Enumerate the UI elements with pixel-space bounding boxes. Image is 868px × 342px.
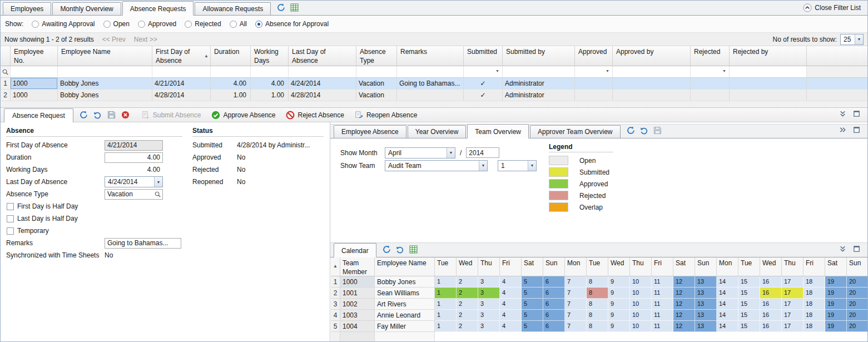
day-cell-6[interactable]: 6 (543, 321, 565, 332)
filter-cell-rejected[interactable]: ▼ (691, 66, 730, 77)
day-header-14[interactable]: Mon (717, 257, 738, 276)
day-cell-6[interactable]: 6 (543, 288, 565, 299)
day-cell-1[interactable]: 1 (435, 276, 457, 288)
maximize-panel-icon[interactable] (852, 244, 861, 254)
day-header-2[interactable]: Wed (457, 257, 478, 276)
day-cell-11[interactable]: 11 (652, 310, 673, 321)
checkbox-last-day-is-half-day[interactable]: Last Day is Half Day (6, 212, 330, 225)
day-cell-8[interactable]: 8 (587, 321, 608, 332)
day-cell-3[interactable]: 3 (478, 321, 500, 332)
first-day-input[interactable] (105, 140, 163, 151)
checkbox-temporary[interactable]: Temporary (6, 225, 330, 237)
maximize-panel-icon[interactable] (852, 109, 861, 118)
day-cell-15[interactable]: 15 (738, 299, 760, 310)
day-cell-14[interactable]: 14 (717, 310, 738, 321)
day-cell-5[interactable]: 5 (522, 310, 543, 321)
table-view-icon[interactable] (290, 3, 299, 12)
tab-employee-absence[interactable]: Employee Absence (334, 125, 406, 138)
day-cell-10[interactable]: 10 (630, 310, 652, 321)
day-cell-3[interactable]: 3 (478, 299, 500, 310)
refresh-icon[interactable] (382, 245, 391, 254)
day-cell-20[interactable]: 20 (847, 276, 867, 288)
filter-dropdown-icon[interactable]: ▼ (721, 68, 728, 74)
column-header-submitted-by[interactable]: Submitted by (503, 46, 575, 66)
reject-absence-button[interactable]: Reject Absence (286, 110, 344, 120)
day-cell-2[interactable]: 2 (457, 288, 478, 299)
day-cell-10[interactable]: 10 (630, 299, 652, 310)
filter-cell-first-day-of-absence[interactable] (152, 66, 211, 77)
radio-option-all[interactable]: All (230, 20, 247, 28)
refresh-icon[interactable] (276, 3, 286, 12)
day-cell-19[interactable]: 19 (825, 288, 847, 299)
day-cell-20[interactable]: 20 (847, 321, 867, 332)
filter-cell-employee-no[interactable] (11, 66, 58, 77)
day-cell-15[interactable]: 15 (738, 321, 760, 332)
day-cell-10[interactable]: 10 (630, 321, 652, 332)
column-header-approved[interactable]: Approved (575, 46, 613, 66)
day-cell-1[interactable]: 1 (435, 288, 457, 299)
day-header-3[interactable]: Thu (478, 257, 500, 276)
day-cell-2[interactable]: 2 (457, 276, 478, 288)
day-cell-7[interactable]: 7 (565, 288, 587, 299)
day-cell-8[interactable]: 8 (587, 276, 608, 288)
day-cell-17[interactable]: 17 (782, 299, 803, 310)
month-select[interactable]: April ▼ (385, 147, 455, 158)
radio-option-awaiting-approval[interactable]: Awaiting Approval (32, 20, 95, 28)
calendar-row-2[interactable]: 21001Sean Williams1234567891011121314151… (331, 288, 867, 299)
day-cell-4[interactable]: 4 (500, 299, 522, 310)
day-cell-2[interactable]: 2 (457, 310, 478, 321)
filter-dropdown-icon[interactable]: ▼ (494, 68, 501, 74)
day-cell-4[interactable]: 4 (500, 288, 522, 299)
tab-employees[interactable]: Employees (3, 2, 51, 15)
undo-icon[interactable] (639, 126, 649, 135)
column-header-working-days[interactable]: Working Days (251, 46, 289, 66)
day-cell-3[interactable]: 3 (478, 276, 500, 288)
day-cell-12[interactable]: 12 (673, 288, 695, 299)
radio-option-open[interactable]: Open (103, 20, 130, 28)
day-cell-9[interactable]: 9 (608, 310, 630, 321)
day-cell-14[interactable]: 14 (717, 276, 738, 288)
day-header-8[interactable]: Tue (587, 257, 608, 276)
duration-input[interactable] (105, 152, 163, 163)
filter-cell-remarks[interactable] (397, 66, 464, 77)
day-header-10[interactable]: Thu (630, 257, 652, 276)
calendar-row-3[interactable]: 31002Art Rivers1234567891011121314151617… (331, 299, 867, 310)
day-cell-13[interactable]: 13 (695, 321, 717, 332)
day-cell-18[interactable]: 18 (803, 321, 825, 332)
column-header-first-day-of-absence[interactable]: First Day of Absence▲ (152, 46, 211, 66)
day-cell-9[interactable]: 9 (608, 321, 630, 332)
grid-row-1[interactable]: 11000Bobby Jones4/21/20144.004.004/24/20… (1, 78, 867, 90)
collapse-panel-icon[interactable] (838, 109, 847, 118)
day-cell-13[interactable]: 13 (695, 276, 717, 288)
filter-cell-employee-name[interactable] (58, 66, 152, 77)
day-header-6[interactable]: Sun (543, 257, 565, 276)
tab-approver-team-overview[interactable]: Approver Team Overview (530, 125, 621, 138)
column-header-remarks[interactable]: Remarks (397, 46, 464, 66)
tab-year-overview[interactable]: Year Overview (408, 125, 467, 138)
last-day-select[interactable]: 4/24/2014 ▼ (105, 176, 163, 187)
calendar-row-5[interactable]: 51004Fay Miller1234567891011121314151617… (331, 321, 867, 332)
day-cell-1[interactable]: 1 (435, 321, 457, 332)
day-cell-7[interactable]: 7 (565, 321, 587, 332)
day-cell-11[interactable]: 11 (652, 288, 673, 299)
maximize-panel-icon[interactable] (852, 125, 861, 135)
calendar-row-4[interactable]: 41003Annie Leonard1234567891011121314151… (331, 310, 867, 321)
day-cell-7[interactable]: 7 (565, 299, 587, 310)
expand-panel-icon[interactable] (838, 125, 847, 135)
day-cell-18[interactable]: 18 (803, 276, 825, 288)
day-cell-14[interactable]: 14 (717, 299, 738, 310)
filter-cell-absence-type[interactable] (356, 66, 397, 77)
save-icon[interactable] (653, 126, 662, 135)
tab-team-overview[interactable]: Team Overview (467, 124, 529, 138)
day-header-20[interactable]: Sun (847, 257, 867, 276)
team-number-select[interactable]: 1 ▼ (498, 160, 537, 171)
day-header-13[interactable]: Sun (695, 257, 717, 276)
calendar-sort-ascending-icon[interactable]: ▲ (331, 257, 340, 276)
day-cell-20[interactable]: 20 (847, 288, 867, 299)
day-cell-13[interactable]: 13 (695, 310, 717, 321)
column-header-rejected[interactable]: Rejected (691, 46, 730, 66)
column-header-submitted[interactable]: Submitted (464, 46, 503, 66)
column-header-duration[interactable]: Duration (211, 46, 251, 66)
radio-option-absence-for-approval[interactable]: Absence for Approval (255, 20, 329, 28)
column-header-absence-type[interactable]: Absence Type (356, 46, 397, 66)
